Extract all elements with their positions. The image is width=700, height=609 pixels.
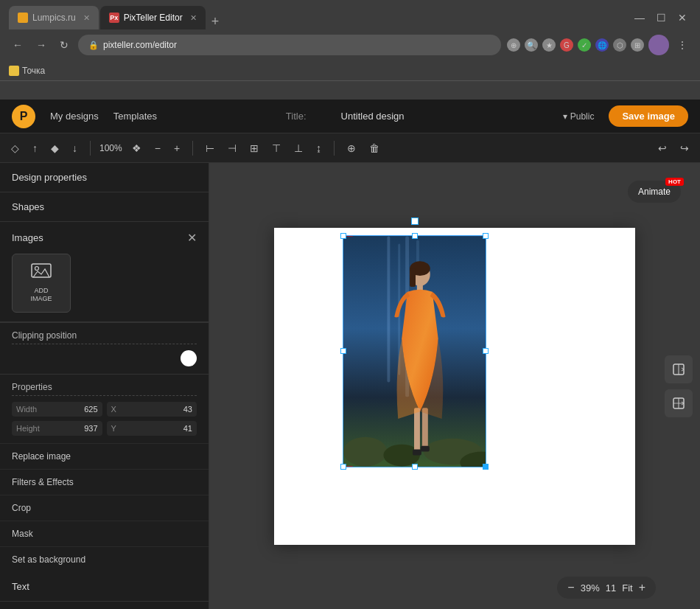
browser-action-star[interactable]: ★ — [542, 38, 556, 52]
opacity-icon[interactable]: ❖ — [128, 140, 145, 156]
tab-label-lumpics: Lumpics.ru — [32, 13, 76, 23]
align-right-icon[interactable]: ⊞ — [246, 140, 262, 156]
reload-button[interactable]: ↻ — [56, 38, 72, 52]
zoom-percent-display: 39% — [581, 582, 600, 594]
save-image-button[interactable]: Save image — [609, 105, 688, 127]
undo-icon[interactable]: ↩ — [654, 140, 671, 156]
title-input[interactable]: Untitled design — [311, 111, 435, 122]
right-tool-1[interactable] — [665, 355, 693, 383]
bookmark-label: Точка — [22, 66, 45, 76]
divider-3 — [334, 141, 335, 156]
tab-pixteller[interactable]: Px PixTeller Editor ✕ — [100, 6, 206, 29]
replace-image-link[interactable]: Replace image — [0, 443, 209, 469]
handle-mid-right[interactable] — [483, 348, 489, 354]
align-bottom-icon[interactable]: ↨ — [312, 140, 325, 156]
browser-action-ext1[interactable]: G — [560, 38, 573, 52]
handle-bottom-right[interactable] — [483, 464, 489, 470]
mask-link[interactable]: Mask — [0, 521, 209, 546]
align-center-v-icon[interactable]: ⊥ — [290, 140, 307, 156]
align-top-icon[interactable]: ⊤ — [268, 140, 284, 156]
user-avatar[interactable] — [648, 35, 669, 55]
sidebar-section-shapes: Shapes — [0, 192, 209, 222]
canvas-image-container[interactable] — [343, 235, 486, 467]
add-image-button[interactable]: ADDIMAGE — [12, 254, 71, 313]
new-tab-button[interactable]: + — [207, 14, 224, 29]
add-layer-icon[interactable]: ⊕ — [343, 140, 360, 156]
address-text: pixteller.com/editor — [103, 40, 177, 50]
back-button[interactable]: ← — [9, 38, 27, 52]
browser-action-search[interactable]: 🔍 — [525, 38, 538, 52]
align-center-h-icon[interactable]: ⊣ — [224, 140, 240, 156]
design-properties-header[interactable]: Design properties — [0, 163, 209, 192]
forward-button[interactable]: → — [32, 38, 50, 52]
handle-bottom-left[interactable] — [340, 464, 346, 470]
handle-mid-left[interactable] — [340, 348, 346, 354]
y-value[interactable]: 41 — [142, 424, 193, 433]
window-maximize-button[interactable]: ☐ — [652, 10, 671, 25]
x-value[interactable]: 43 — [142, 405, 193, 414]
tab-lumpics[interactable]: Lumpics.ru ✕ — [9, 6, 99, 29]
right-tool-2[interactable] — [665, 389, 693, 417]
zoom-value: 100% — [99, 143, 122, 153]
properties-grid: Width 625 X 43 Height 937 Y 41 — [12, 402, 197, 436]
svg-rect-15 — [414, 408, 420, 451]
handle-top-right[interactable] — [483, 233, 489, 239]
svg-rect-17 — [413, 449, 421, 455]
bookmark-item[interactable]: Точка — [9, 66, 45, 76]
handle-bottom-center[interactable] — [412, 464, 418, 470]
templates-link[interactable]: Templates — [113, 111, 157, 122]
zoom-plus-button[interactable]: + — [639, 581, 645, 594]
tab-favicon-pixteller: Px — [109, 13, 119, 23]
width-value[interactable]: 625 — [47, 405, 98, 414]
handle-top-drag[interactable] — [411, 218, 419, 225]
browser-action-ext4[interactable]: ⬡ — [613, 38, 626, 52]
sidebar: Design properties Shapes Images ✕ — [0, 163, 209, 609]
browser-menu-button[interactable]: ⋮ — [673, 38, 691, 52]
lock-icon: 🔒 — [88, 41, 99, 50]
canvas-area: Animate HOT — [209, 163, 700, 609]
browser-toolbar: ← → ↻ 🔒 pixteller.com/editor ⊕ 🔍 ★ G ✓ 🌐… — [0, 29, 700, 60]
align-left-icon[interactable]: ⊢ — [202, 140, 218, 156]
window-close-button[interactable]: ✕ — [673, 10, 691, 25]
browser-action-ext5[interactable]: ⊞ — [631, 38, 644, 52]
zoom-minus-icon[interactable]: − — [151, 140, 164, 156]
bookmark-bar: Точка — [0, 60, 700, 81]
set-as-background-link[interactable]: Set as background — [0, 546, 209, 572]
delete-layer-icon[interactable]: 🗑 — [365, 140, 383, 156]
zoom-plus-icon[interactable]: + — [170, 140, 183, 156]
tab-favicon-lumpics — [18, 13, 28, 23]
text-header[interactable]: Text — [0, 572, 209, 601]
zoom-fit-button[interactable]: Fit — [622, 582, 632, 594]
arrange-up-icon[interactable]: ↑ — [29, 140, 41, 156]
height-field: Height 937 — [12, 421, 102, 436]
zoom-minus-button[interactable]: − — [567, 581, 574, 594]
close-images-button[interactable]: ✕ — [187, 231, 197, 245]
animate-button[interactable]: Animate HOT — [628, 181, 681, 203]
window-controls: — ☐ ✕ — [630, 10, 691, 25]
browser-action-1[interactable]: ⊕ — [507, 38, 520, 52]
handle-top-center[interactable] — [412, 233, 418, 239]
diamond-icon[interactable]: ◇ — [7, 140, 23, 156]
tab-close-pixteller[interactable]: ✕ — [190, 13, 197, 23]
window-minimize-button[interactable]: — — [630, 10, 649, 25]
arrange-icon[interactable]: ◆ — [47, 140, 63, 156]
crop-link[interactable]: Crop — [0, 495, 209, 521]
handle-top-left[interactable] — [340, 233, 346, 239]
arrange-down-icon[interactable]: ↓ — [69, 140, 81, 156]
browser-action-ext2[interactable]: ✓ — [578, 38, 591, 52]
address-bar[interactable]: 🔒 pixteller.com/editor — [78, 35, 501, 55]
browser-titlebar: Lumpics.ru ✕ Px PixTeller Editor ✕ + — ☐… — [0, 0, 700, 29]
drawing-header[interactable]: Drawing — [0, 602, 209, 609]
redo-icon[interactable]: ↪ — [676, 140, 693, 156]
height-value[interactable]: 937 — [47, 424, 98, 433]
my-designs-link[interactable]: My designs — [50, 111, 99, 122]
shapes-header[interactable]: Shapes — [0, 192, 209, 221]
browser-action-ext3[interactable]: 🌐 — [595, 38, 609, 52]
editor-toolbar: ◇ ↑ ◆ ↓ 100% ❖ − + ⊢ ⊣ ⊞ ⊤ ⊥ ↨ ⊕ 🗑 ↩ ↪ — [0, 133, 700, 163]
text-label: Text — [12, 581, 29, 592]
svg-point-7 — [343, 436, 387, 466]
clipping-dot[interactable] — [181, 350, 197, 366]
tab-close-lumpics[interactable]: ✕ — [83, 13, 90, 23]
public-button[interactable]: ▾ Public — [563, 111, 594, 122]
filters-effects-link[interactable]: Filters & Effects — [0, 469, 209, 495]
